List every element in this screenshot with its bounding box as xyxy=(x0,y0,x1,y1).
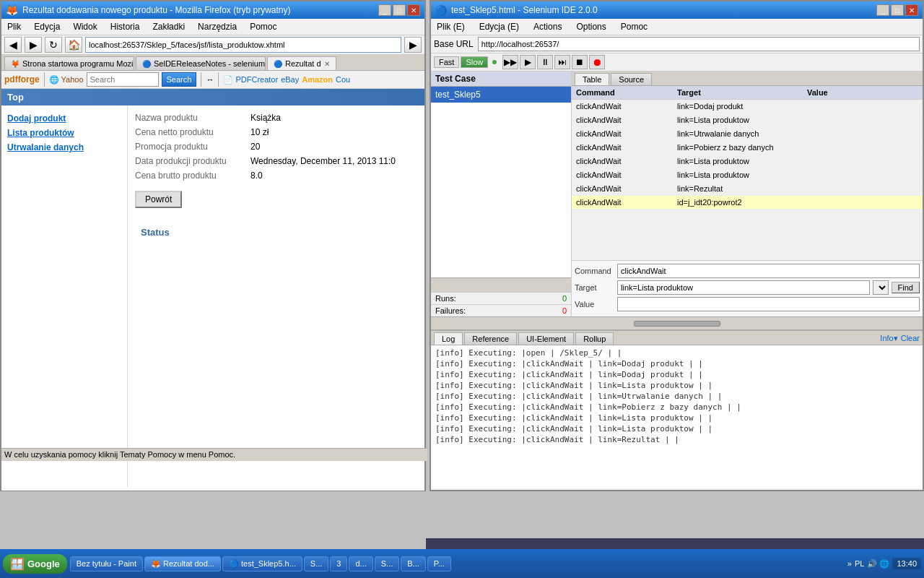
home-button[interactable]: 🏠 xyxy=(65,37,82,53)
record-btn[interactable]: ⏺ xyxy=(589,55,605,69)
tab-0[interactable]: 🦊 Strona startowa programu Mozilla Fir..… xyxy=(4,56,134,70)
table-row[interactable]: clickAndWait link=Lista produktow xyxy=(572,168,923,182)
play-all-btn[interactable]: ▶▶ xyxy=(502,55,518,69)
powrot-button[interactable]: Powrót xyxy=(135,191,182,208)
menu-zakladki[interactable]: Zakładki xyxy=(149,20,188,33)
menu-narzedzia[interactable]: Narzędzia xyxy=(195,20,240,33)
tab-table[interactable]: Table xyxy=(575,73,609,85)
product-label-4: Cena brutto produktu xyxy=(135,171,250,181)
cmd-edit-value-input[interactable] xyxy=(617,297,920,311)
log-tab-log[interactable]: Log xyxy=(434,332,463,345)
sel-menu-options[interactable]: Options xyxy=(573,20,609,33)
failures-row: Failures: 0 xyxy=(431,304,571,316)
h-scrollbar[interactable] xyxy=(431,316,923,329)
log-info-link[interactable]: Info▾ xyxy=(880,334,897,343)
sidebar-dodaj-produkt[interactable]: Dodaj produkt xyxy=(1,111,127,126)
cmd-target-6: link=Rezultat xyxy=(676,184,806,194)
cmd-edit-target-input[interactable] xyxy=(617,280,870,295)
toolbar-sep-3 xyxy=(218,72,219,87)
selenium-maximize[interactable]: □ xyxy=(891,4,904,16)
cou-link[interactable]: Cou xyxy=(336,75,350,84)
log-tab-ui-element[interactable]: UI-Element xyxy=(518,332,574,345)
sidebar-lista-produktow[interactable]: Lista produktów xyxy=(1,126,127,140)
ebay-link[interactable]: eBay xyxy=(281,75,299,84)
sel-menu-edycja[interactable]: Edycja (E) xyxy=(476,20,522,33)
product-label-1: Cena netto produktu xyxy=(135,127,250,137)
taskbar-language: PL xyxy=(855,559,864,568)
menu-pomoc[interactable]: Pomoc xyxy=(247,20,279,33)
play-btn[interactable]: ▶ xyxy=(520,55,536,69)
start-button[interactable]: 🪟 Google xyxy=(3,554,67,574)
menu-plik[interactable]: Plik xyxy=(4,20,24,33)
minimize-button[interactable]: _ xyxy=(378,4,391,16)
failures-value: 0 xyxy=(562,306,567,315)
log-tab-row: Log Reference UI-Element Rollup Info▾ Cl… xyxy=(431,331,923,345)
sidebar-utrwalanie-danych[interactable]: Utrwalanie danych xyxy=(1,140,127,155)
table-row[interactable]: clickAndWait link=Pobierz z bazy danych xyxy=(572,141,923,155)
step-btn[interactable]: ⏭ xyxy=(554,55,570,69)
sel-menu-actions[interactable]: Actions xyxy=(531,20,565,33)
tab-1[interactable]: 🔵 SelDEReleaseNotes - selenium - Brow...… xyxy=(136,56,266,70)
log-clear-link[interactable]: Clear xyxy=(901,334,920,343)
search-input[interactable] xyxy=(87,72,159,87)
selenium-close[interactable]: ✕ xyxy=(905,4,918,16)
table-row[interactable]: clickAndWait id=j_idt20:powrot2 xyxy=(572,196,923,210)
test-case-item-0[interactable]: test_Sklep5 xyxy=(431,87,571,103)
stop-btn[interactable]: ⏹ xyxy=(572,55,588,69)
taskbar-item-3[interactable]: 3 xyxy=(330,556,347,571)
close-button[interactable]: ✕ xyxy=(407,4,420,16)
taskbar-item-d[interactable]: d... xyxy=(349,556,372,571)
taskbar-item-p[interactable]: P... xyxy=(427,556,451,571)
taskbar-firefox[interactable]: 🦊 Rezultat dod... xyxy=(144,556,221,571)
table-row[interactable]: clickAndWait link=Dodaj produkt xyxy=(572,100,923,113)
yahoo-label: 🌐 Yahoo xyxy=(49,75,84,85)
target-dropdown[interactable] xyxy=(873,280,889,295)
base-url-input[interactable] xyxy=(478,37,920,51)
table-row[interactable]: clickAndWait link=Lista produktow xyxy=(572,155,923,168)
amazon-logo[interactable]: Amazon xyxy=(302,75,333,84)
selenium-minimize[interactable]: _ xyxy=(876,4,889,16)
back-button[interactable]: ◀ xyxy=(4,37,22,53)
taskbar-item-s[interactable]: S... xyxy=(304,556,329,571)
tab-2-label: Rezultat d xyxy=(285,59,321,68)
toolbar-sep-1 xyxy=(44,72,45,87)
taskbar-selenium[interactable]: 🔵 test_Sklep5.h... xyxy=(222,556,302,571)
menu-historia[interactable]: Historia xyxy=(108,20,143,33)
selenium-window-controls: _ □ ✕ xyxy=(876,4,918,16)
taskbar-item-s2[interactable]: S... xyxy=(375,556,400,571)
runs-label: Runs: xyxy=(435,294,456,303)
log-tab-reference[interactable]: Reference xyxy=(464,332,517,345)
table-row[interactable]: clickAndWait link=Utrwalanie danych xyxy=(572,127,923,141)
site-topbar: Top xyxy=(1,89,424,105)
search-button[interactable]: Search xyxy=(162,72,197,87)
base-url-label: Base URL xyxy=(434,39,474,49)
tab-2-close[interactable]: ✕ xyxy=(324,60,330,68)
fast-button[interactable]: Fast xyxy=(434,56,459,68)
table-row[interactable]: clickAndWait link=Rezultat xyxy=(572,182,923,196)
right-tab-row: Table Source xyxy=(572,72,923,86)
pause-btn[interactable]: ⏸ xyxy=(537,55,553,69)
sel-menu-plik[interactable]: Plik (E) xyxy=(434,20,468,33)
pdfcreator-link[interactable]: 📄 PDFCreator xyxy=(223,75,278,85)
go-button[interactable]: ▶ xyxy=(404,37,422,53)
maximize-button[interactable]: □ xyxy=(393,4,406,16)
tab-2[interactable]: 🔵 Rezultat d ✕ xyxy=(267,56,336,70)
product-value-0: Książka xyxy=(250,113,281,123)
tab-source[interactable]: Source xyxy=(611,73,652,85)
address-bar[interactable] xyxy=(85,37,401,53)
taskbar: 🪟 Google Bez tytułu - Paint 🦊 Rezultat d… xyxy=(0,549,924,578)
forward-button[interactable]: ▶ xyxy=(25,37,42,53)
taskbar-paint[interactable]: Bez tytułu - Paint xyxy=(70,556,143,571)
find-button[interactable]: Find xyxy=(892,282,920,293)
menu-widok[interactable]: Widok xyxy=(70,20,100,33)
cmd-edit-area: Command Target Find Value xyxy=(572,260,923,316)
slow-button[interactable]: Slow xyxy=(461,56,488,68)
taskbar-item-b[interactable]: B... xyxy=(401,556,426,571)
start-label: Google xyxy=(27,558,60,569)
log-tab-rollup[interactable]: Rollup xyxy=(575,332,614,345)
table-row[interactable]: clickAndWait link=Lista produktow xyxy=(572,113,923,127)
menu-edycja[interactable]: Edycja xyxy=(31,20,63,33)
sel-menu-pomoc[interactable]: Pomoc xyxy=(618,20,650,33)
refresh-button[interactable]: ↻ xyxy=(45,37,62,53)
cmd-edit-command-input[interactable] xyxy=(617,264,920,278)
